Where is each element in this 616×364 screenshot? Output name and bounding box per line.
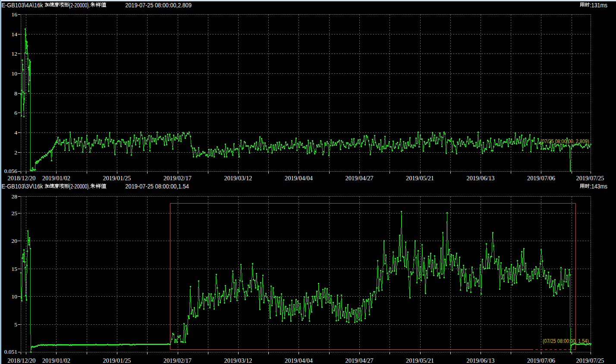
svg-text:0.056: 0.056 [4, 168, 18, 174]
svg-text:2019/01/25: 2019/01/25 [103, 175, 131, 182]
svg-text:12: 12 [12, 50, 18, 57]
svg-text:20: 20 [12, 238, 18, 244]
svg-text:16: 16 [12, 11, 18, 18]
svg-text:2019/02/17: 2019/02/17 [163, 358, 192, 364]
svg-text:2019/07/25: 2019/07/25 [576, 358, 604, 364]
svg-text:2019/05/21: 2019/05/21 [406, 358, 434, 364]
svg-text:(2-20000).: (2-20000). [69, 183, 90, 190]
svg-text:2019/02/17: 2019/02/17 [163, 175, 192, 182]
svg-text:2019/03/12: 2019/03/12 [224, 175, 252, 182]
svg-text:2019/03/12: 2019/03/12 [224, 358, 252, 364]
svg-text:2019/05/21: 2019/05/21 [406, 175, 434, 182]
svg-text:6: 6 [14, 110, 17, 116]
svg-text:2018/12/20: 2018/12/20 [8, 175, 36, 182]
svg-text:2018/12/20: 2018/12/20 [8, 358, 36, 364]
svg-text:8: 8 [14, 90, 17, 97]
svg-text:2019-07-25 08:00:00,2.809: 2019-07-25 08:00:00,2.809 [125, 2, 192, 9]
svg-text:0.051: 0.051 [4, 348, 17, 355]
svg-text:(07/25 08:00:00, 2.809): (07/25 08:00:00, 2.809) [541, 138, 589, 144]
svg-text:2019/07/25: 2019/07/25 [576, 175, 604, 182]
svg-text:(07/25 08:00:00, 1.54): (07/25 08:00:00, 1.54) [543, 338, 589, 344]
svg-text:25: 25 [12, 210, 18, 217]
svg-text:14: 14 [12, 31, 18, 38]
svg-text:4: 4 [14, 129, 17, 136]
svg-text:2019/01/25: 2019/01/25 [103, 358, 131, 364]
svg-text:2019/07/06: 2019/07/06 [527, 358, 555, 364]
svg-text:2019/06/13: 2019/06/13 [467, 358, 495, 364]
svg-text:2: 2 [14, 149, 17, 156]
svg-text:2019/04/04: 2019/04/04 [285, 358, 313, 364]
svg-text:2019/06/13: 2019/06/13 [467, 175, 495, 182]
svg-text:10: 10 [12, 293, 18, 300]
svg-text:2019/01/02: 2019/01/02 [42, 175, 70, 182]
svg-text:15: 15 [12, 266, 18, 272]
svg-text:2019-07-25 08:00:00,1.54: 2019-07-25 08:00:00,1.54 [125, 183, 189, 190]
svg-text:E-GB103\3V\16k: E-GB103\3V\16k [2, 183, 44, 190]
svg-text:2019/04/27: 2019/04/27 [346, 175, 374, 182]
svg-text:2019/01/02: 2019/01/02 [42, 358, 70, 364]
svg-text:28: 28 [12, 193, 18, 200]
svg-text::131ms: :131ms [590, 2, 607, 9]
svg-text:5: 5 [14, 321, 17, 328]
svg-text:2019/04/04: 2019/04/04 [285, 175, 313, 182]
svg-text:(2-20000).: (2-20000). [69, 2, 90, 9]
svg-text:10: 10 [12, 70, 18, 77]
svg-text:2019/04/27: 2019/04/27 [346, 358, 374, 364]
svg-text:2019/07/06: 2019/07/06 [527, 175, 555, 182]
svg-text:E-GB103\4A\16k: E-GB103\4A\16k [2, 2, 44, 9]
svg-text::143ms: :143ms [590, 183, 607, 190]
